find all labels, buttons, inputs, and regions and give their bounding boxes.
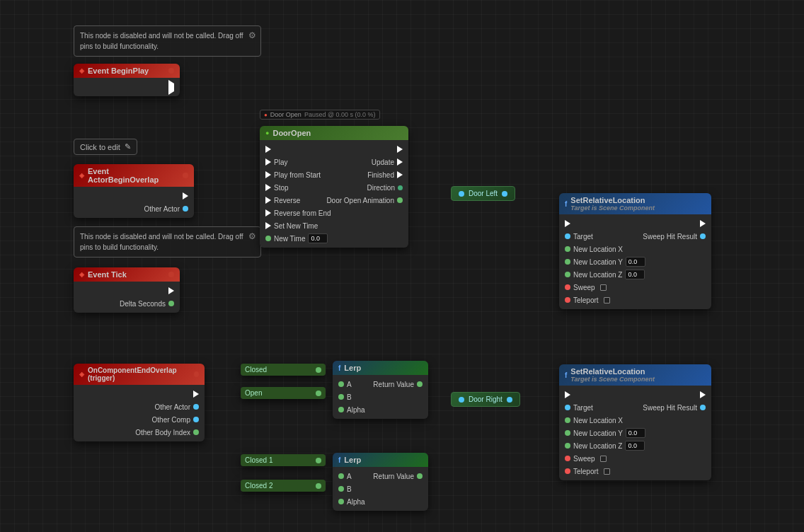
timeline-new-time-label: New Time — [274, 235, 305, 243]
closed1-node[interactable]: Closed 1 — [241, 454, 326, 466]
event-actor-overlap-other-actor: Other Actor — [74, 202, 194, 215]
comment-disabled-1: This node is disabled and will not be ca… — [74, 25, 261, 57]
timeline-stop-label: Stop — [274, 184, 289, 192]
closed-node[interactable]: Closed — [241, 364, 326, 376]
timeline-anim-label: Door Open Animation — [326, 197, 394, 204]
event-tick-title: Event Tick — [88, 270, 127, 279]
event-begin-play-node[interactable]: ◈ Event BeginPlay — [74, 64, 180, 96]
srl-top-sweep-label: Sweep — [573, 284, 595, 291]
comment-icon-1: ⚙ — [248, 29, 256, 42]
timeline-exec-out — [397, 146, 403, 153]
srl-bot-loc-x-label: New Location X — [573, 417, 623, 424]
srl-bot-exec-in — [565, 391, 570, 398]
srl-bot-loc-y-input[interactable] — [626, 428, 645, 438]
overlap-other-body-pin — [193, 429, 199, 435]
lerp-bot-return-pin — [417, 473, 423, 479]
door-right-input-pin — [459, 397, 464, 403]
set-relative-location-top-node[interactable]: f SetRelativeLocation Target is Scene Co… — [559, 193, 711, 309]
door-open-timeline-node[interactable]: ● DoorOpen Play Update Play from Start — [260, 126, 408, 248]
srl-top-loc-y-input[interactable] — [626, 257, 645, 267]
event-actor-overlap-body: Other Actor — [74, 187, 194, 218]
door-left-node[interactable]: Door Left — [451, 186, 515, 201]
event-tick-node[interactable]: ◈ Event Tick Delta Seconds — [74, 267, 180, 313]
closed2-label: Closed 2 — [245, 482, 272, 490]
srl-bot-teleport-pin — [565, 468, 570, 474]
timeline-update-label: Update — [372, 158, 394, 166]
overlap-other-comp-label: Other Comp — [152, 416, 190, 424]
timeline-update-pin — [397, 158, 403, 166]
open-label: Open — [245, 389, 262, 397]
timeline-direction-pin — [398, 185, 403, 190]
srl-bot-sweep-checkbox[interactable] — [600, 456, 607, 462]
timeline-reverse-end-row: Reverse from End — [260, 207, 408, 219]
lerp-bottom-title: Lerp — [344, 456, 361, 464]
srl-top-loc-z-label: New Location Z — [573, 271, 622, 279]
srl-bot-teleport-checkbox[interactable] — [604, 468, 610, 475]
timeline-play-label: Play — [274, 158, 287, 166]
click-to-edit[interactable]: Click to edit ✎ — [74, 139, 137, 155]
srl-top-teleport-checkbox[interactable] — [604, 297, 610, 303]
set-relative-location-bottom-subtitle: Target is Scene Component — [570, 376, 655, 383]
srl-top-sweep-checkbox[interactable] — [600, 284, 607, 291]
delta-seconds-pin — [168, 301, 174, 306]
srl-top-sweep-pin — [565, 284, 570, 290]
timeline-new-time-input[interactable] — [308, 233, 328, 243]
door-right-node[interactable]: Door Right — [451, 392, 520, 407]
event-actor-begin-overlap-node[interactable]: ◈ Event ActorBeginOverlap Other Actor — [74, 164, 194, 218]
srl-bot-loc-x: New Location X — [559, 414, 711, 427]
lerp-top-alpha-label: Alpha — [347, 406, 365, 414]
set-relative-location-top-subtitle: Target is Scene Component — [570, 204, 655, 212]
lerp-top-node[interactable]: f Lerp A Return Value B Alpha — [333, 361, 428, 419]
event-actor-overlap-exec — [74, 190, 194, 202]
srl-bot-loc-y: New Location Y — [559, 427, 711, 439]
open-node[interactable]: Open — [241, 387, 326, 399]
srl-bot-sweep-label: Sweep — [573, 455, 595, 463]
lerp-bot-return-label: Return Value — [373, 473, 414, 480]
timeline-paused-label: ● Door Open Paused @ 0.00 s (0.0 %) — [260, 110, 380, 120]
lerp-bottom-body: A Return Value B Alpha — [333, 467, 428, 511]
overlap-other-comp-pin — [193, 417, 199, 422]
pause-red-dot: ● — [264, 112, 268, 118]
srl-top-loc-z-input[interactable] — [625, 270, 645, 279]
begin-play-exec-out — [168, 83, 174, 91]
lerp-top-body: A Return Value B Alpha — [333, 375, 428, 419]
on-overlap-other-body-index: Other Body Index — [74, 426, 205, 439]
event-tick-body: Delta Seconds — [74, 282, 180, 313]
lerp-top-b-label: B — [347, 393, 352, 401]
set-relative-location-bottom-body: Target Sweep Hit Result New Location X N… — [559, 386, 711, 480]
timeline-set-time-label: Set New Time — [274, 222, 318, 230]
srl-top-loc-y: New Location Y — [559, 255, 711, 268]
lerp-bot-a-label: A — [347, 473, 352, 480]
door-open-timeline-title: DoorOpen — [272, 129, 311, 137]
srl-bot-loc-y-pin — [565, 430, 570, 436]
on-component-end-overlap-body: Other Actor Other Comp Other Body Index — [74, 385, 205, 441]
lerp-top-a-label: A — [347, 381, 352, 388]
on-component-end-overlap-node[interactable]: ◈ OnComponentEndOverlap (trigger) Other … — [74, 364, 205, 441]
timeline-exec-row — [260, 143, 408, 156]
lerp-bottom-node[interactable]: f Lerp A Return Value B Alpha — [333, 453, 428, 511]
event-actor-begin-overlap-header: ◈ Event ActorBeginOverlap — [74, 164, 194, 187]
srl-bot-target-label: Target — [573, 404, 593, 412]
srl-bot-exec-out — [700, 391, 706, 398]
srl-top-sweep-hit-pin — [700, 233, 706, 239]
click-edit-icon: ✎ — [125, 142, 131, 151]
lerp-bot-alpha-label: Alpha — [347, 498, 365, 506]
overlap-other-actor-pin — [193, 404, 199, 410]
closed2-node[interactable]: Closed 2 — [241, 480, 326, 492]
lerp-top-return-label: Return Value — [373, 381, 414, 388]
comment-text-1: This node is disabled and will not be ca… — [80, 32, 243, 50]
timeline-set-time-pin — [265, 222, 271, 229]
set-relative-location-bottom-node[interactable]: f SetRelativeLocation Target is Scene Co… — [559, 364, 711, 480]
srl-top-loc-z: New Location Z — [559, 268, 711, 281]
srl-top-teleport-pin — [565, 297, 570, 303]
closed1-label: Closed 1 — [245, 456, 272, 464]
srl-bot-sweep-hit-label: Sweep Hit Result — [643, 404, 697, 412]
lerp-bot-b-label: B — [347, 485, 352, 493]
closed2-out-pin — [316, 483, 321, 489]
door-open-timeline-header: ● DoorOpen — [260, 126, 408, 140]
srl-bot-sweep-hit-pin — [700, 405, 706, 410]
srl-top-loc-y-pin — [565, 259, 570, 265]
srl-bot-loc-z-input[interactable] — [625, 441, 645, 451]
door-left-output-pin — [502, 191, 507, 197]
lerp-top-b: B — [333, 391, 428, 403]
